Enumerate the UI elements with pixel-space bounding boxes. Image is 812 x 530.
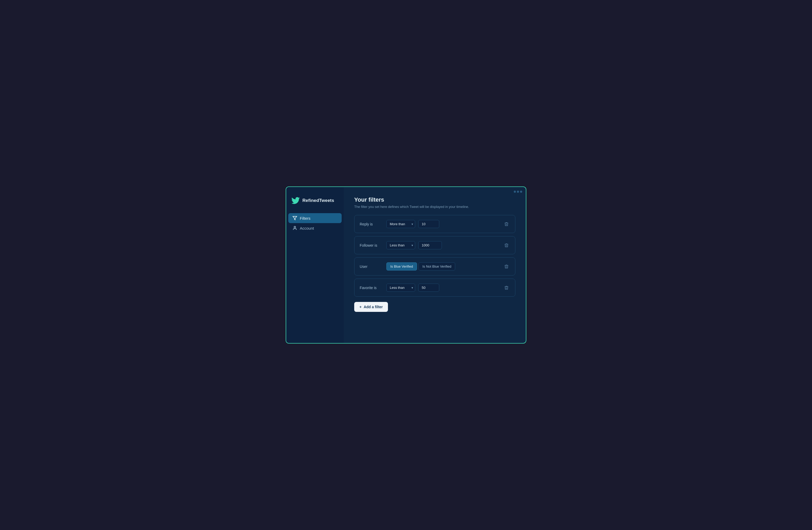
trash-icon [504, 222, 509, 226]
filter-follower-condition-select[interactable]: More than Less than Equal to [386, 241, 415, 249]
trash-icon [504, 264, 509, 269]
sidebar-filters-label: Filters [300, 216, 310, 221]
filter-follower: Follower is More than Less than Equal to [354, 236, 516, 254]
trash-icon [504, 243, 509, 248]
main-content: Your filters The filter you set here def… [344, 187, 526, 343]
sidebar-item-filters[interactable]: Filters [288, 213, 342, 223]
filter-follower-label: Follower is [360, 243, 383, 248]
dot-2 [517, 191, 519, 193]
filter-reply-condition-select[interactable]: More than Less than Equal to [386, 220, 415, 228]
filter-user-label: User [360, 264, 383, 269]
app-name: RefinedTweets [302, 198, 334, 203]
filter-icon [292, 216, 297, 221]
filter-user: User Is Blue Verified Is Not Blue Verifi… [354, 257, 516, 276]
filter-follower-value-input[interactable] [418, 241, 442, 249]
window-controls [514, 191, 522, 193]
dot-1 [514, 191, 516, 193]
add-filter-label: Add a filter [364, 305, 383, 309]
toggle-is-blue-verified-button[interactable]: Is Blue Verified [386, 262, 417, 270]
svg-point-1 [294, 226, 295, 228]
filter-reply-delete-button[interactable] [503, 221, 510, 227]
sidebar-account-label: Account [300, 226, 314, 231]
filter-favorite-label: Favorite is [360, 286, 383, 290]
filter-follower-delete-button[interactable] [503, 242, 510, 249]
svg-marker-0 [293, 216, 297, 220]
filter-user-toggle-group: Is Blue Verified Is Not Blue Verified [386, 262, 455, 270]
filter-reply-condition-wrapper: More than Less than Equal to [386, 220, 415, 228]
logo-area: RefinedTweets [286, 196, 344, 213]
filter-reply-label: Reply is [360, 222, 383, 226]
filter-follower-condition-wrapper: More than Less than Equal to [386, 241, 415, 249]
add-filter-button[interactable]: + Add a filter [354, 302, 388, 312]
filter-favorite: Favorite is More than Less than Equal to [354, 279, 516, 297]
user-icon [292, 226, 297, 231]
trash-icon [504, 285, 509, 290]
filter-favorite-value-input[interactable] [418, 283, 439, 292]
twitter-bird-icon [291, 196, 300, 205]
filter-favorite-condition-select[interactable]: More than Less than Equal to [386, 283, 415, 292]
filter-reply: Reply is More than Less than Equal to [354, 215, 516, 233]
sidebar-item-account[interactable]: Account [288, 223, 342, 233]
dot-3 [520, 191, 522, 193]
filter-favorite-condition-wrapper: More than Less than Equal to [386, 283, 415, 292]
toggle-is-not-blue-verified-button[interactable]: Is Not Blue Verified [419, 262, 455, 270]
filter-favorite-delete-button[interactable] [503, 284, 510, 291]
app-window: RefinedTweets Filters Account Your filte… [286, 186, 526, 344]
filter-reply-value-input[interactable] [418, 220, 439, 228]
page-subtitle: The filter you set here defines which Tw… [354, 205, 516, 209]
add-filter-icon: + [360, 305, 362, 309]
sidebar: RefinedTweets Filters Account [286, 187, 344, 343]
filter-user-delete-button[interactable] [503, 263, 510, 270]
page-title: Your filters [354, 196, 516, 203]
